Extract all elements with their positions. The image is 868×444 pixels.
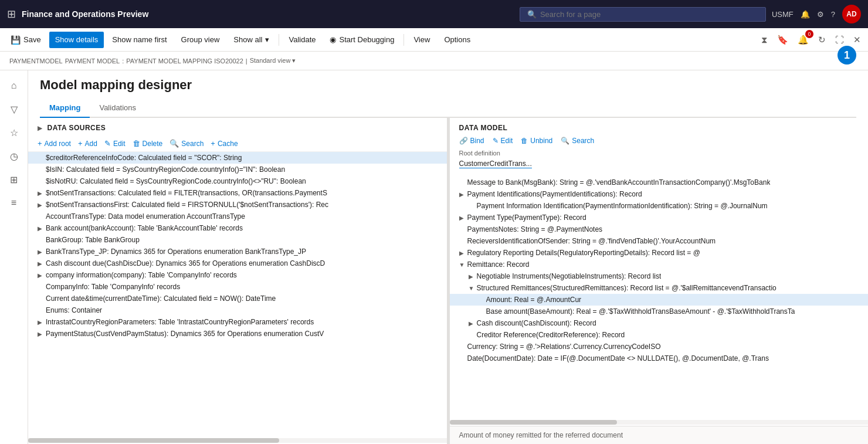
sidebar-list-icon[interactable]: ≡ (4, 192, 25, 213)
notification-icon[interactable]: 🔔 0 (795, 32, 811, 48)
tabs: Mapping Validations (40, 99, 856, 118)
right-tree-item[interactable]: Amount: Real = @.AmountCur (450, 294, 869, 306)
sidebar-star-icon[interactable]: ☆ (4, 122, 25, 143)
left-panel-toolbar: + Add root + Add ✎ Edit 🗑 Delete (28, 135, 447, 152)
tree-item[interactable]: ▶ BankTransType_JP: Dynamics 365 for Ope… (28, 246, 447, 257)
top-right: USMF 🔔 ⚙ ? AD (772, 5, 861, 23)
search-right-icon: 🔍 (561, 137, 569, 145)
main-area: ⌂ ▽ ☆ ◷ ⊞ ≡ Model mapping designer Mappi… (0, 70, 868, 444)
right-tree-item[interactable]: Creditor Reference(CreditorReference): R… (450, 329, 869, 341)
tab-validations[interactable]: Validations (90, 99, 145, 118)
help-icon[interactable]: ? (831, 10, 835, 19)
tree-item[interactable]: ▶ Cash discount due(CashDiscDue): Dynami… (28, 257, 447, 269)
tab-mapping[interactable]: Mapping (40, 99, 90, 118)
tree-item[interactable]: AccountTransType: Data model enumeration… (28, 211, 447, 222)
breadcrumb-part1[interactable]: PAYMENTMODEL (9, 57, 63, 65)
right-horizontal-scrollbar[interactable] (450, 420, 869, 425)
bell-icon[interactable]: 🔔 (801, 10, 810, 19)
tree-item[interactable]: $IsIN: Calculated field = SysCountryRegi… (28, 164, 447, 175)
tree-item[interactable]: Enums: Container (28, 304, 447, 316)
options-button[interactable]: Options (438, 32, 476, 48)
search-right-button[interactable]: 🔍 Search (561, 137, 594, 145)
tree-item[interactable]: ▶ $notSentTransactionsFirst: Calculated … (28, 199, 447, 211)
sidebar-grid-icon[interactable]: ⊞ (4, 169, 25, 190)
right-tree-item[interactable]: ▶ Negotiable Instruments(NegotiableInstr… (450, 270, 869, 282)
validate-button[interactable]: Validate (283, 32, 321, 48)
tree-item[interactable]: BankGroup: Table BankGroup (28, 234, 447, 246)
tree-item[interactable]: ▶ company information(company): Table 'C… (28, 269, 447, 281)
right-tree-item[interactable]: ▶ Cash discount(CashDiscount): Record (450, 317, 869, 329)
show-name-first-button[interactable]: Show name first (106, 32, 172, 48)
start-debugging-button[interactable]: ◉ Start Debugging (324, 32, 400, 48)
left-tree: $creditorReferenceInfoCode: Calculated f… (28, 152, 447, 437)
right-tree-item[interactable]: Base amount(BaseAmount): Real = @.'$TaxW… (450, 306, 869, 317)
expand-icon[interactable]: ⛶ (833, 32, 846, 47)
right-tree-item[interactable]: PaymentsNotes: String = @.PaymentNotes (450, 223, 869, 235)
show-all-button[interactable]: Show all ▾ (228, 32, 275, 48)
search-left-icon: 🔍 (169, 139, 179, 148)
search-input[interactable] (540, 10, 758, 19)
edit-right-icon: ✎ (493, 137, 499, 145)
add-root-icon: + (38, 139, 42, 148)
close-icon[interactable]: ✕ (851, 32, 863, 48)
tree-item[interactable]: CompanyInfo: Table 'CompanyInfo' records (28, 281, 447, 293)
refresh-icon[interactable]: ↻ (816, 32, 828, 48)
right-tree-item[interactable]: Message to Bank(MsgBank): String = @.'ve… (450, 177, 869, 188)
tree-item[interactable]: $isNotRU: Calculated field = SysCountryR… (28, 175, 447, 187)
right-tree-item[interactable]: Currency: String = @.'>Relations'.Curren… (450, 341, 869, 353)
delete-button[interactable]: 🗑 Delete (133, 138, 163, 149)
data-model-title: DATA MODEL (459, 124, 859, 132)
expand-left-icon[interactable]: ▶ (38, 125, 43, 131)
notification-badge: 0 (805, 30, 813, 38)
right-scrollbar-thumb[interactable] (450, 420, 617, 425)
right-tree-item[interactable]: ▶ Payment Type(PaymentType): Record (450, 212, 869, 223)
breadcrumb-view[interactable]: Standard view ▾ (250, 57, 296, 65)
cache-icon: + (211, 139, 215, 148)
expand-arrow: ▶ (38, 249, 46, 255)
right-tree-item[interactable]: ▶ Regulatory Reporting Details(Regulator… (450, 247, 869, 259)
right-tree-item[interactable]: Date(DocumentDate): Date = IF(@.Document… (450, 353, 869, 364)
tree-item[interactable]: Current date&time(currentDateTime): Calc… (28, 293, 447, 304)
view-button[interactable]: View (408, 32, 436, 48)
right-tree: Message to Bank(MsgBank): String = @.'ve… (450, 177, 869, 419)
toolbar: 💾 Save Show details Show name first Grou… (0, 28, 868, 52)
tree-item[interactable]: ▶ $notSentTransactions: Calculated field… (28, 187, 447, 199)
grid-icon[interactable]: ⊞ (7, 8, 16, 21)
sidebar-filter-icon[interactable]: ▽ (4, 99, 25, 120)
save-button[interactable]: 💾 Save (5, 32, 47, 48)
content-area: Model mapping designer Mapping Validatio… (28, 70, 868, 444)
bookmark-icon[interactable]: 🔖 (775, 32, 791, 48)
right-tree-item[interactable]: ▼ Structured Remittances(StructuredRemit… (450, 282, 869, 294)
show-details-button[interactable]: Show details (49, 32, 104, 48)
edit-right-button[interactable]: ✎ Edit (493, 137, 513, 145)
bind-button[interactable]: 🔗 Bind (459, 137, 484, 145)
add-button[interactable]: + Add (78, 138, 97, 149)
panels: ▶ DATA SOURCES + Add root + Add ✎ Edit (28, 118, 868, 444)
debug-icon: ◉ (330, 35, 336, 44)
right-tree-item[interactable]: Payment Information Identification(Payme… (450, 200, 869, 212)
edit-button[interactable]: ✎ Edit (104, 138, 126, 149)
tree-item[interactable]: ▶ PaymentStatus(CustVendPaymStatus): Dyn… (28, 328, 447, 340)
settings-icon[interactable]: ⚙ (817, 10, 824, 19)
cache-button[interactable]: + Cache (211, 138, 238, 149)
tree-item[interactable]: ▶ Bank account(bankAccount): Table 'Bank… (28, 222, 447, 234)
right-tree-item[interactable]: ▼ Remittance: Record (450, 259, 869, 270)
right-tree-item[interactable]: RecieversIdentificationOfSender: String … (450, 235, 869, 247)
right-tree-item[interactable]: ▶ Payment Identifications(PaymentIdentif… (450, 188, 869, 200)
unbind-button[interactable]: 🗑 Unbind (521, 137, 552, 145)
tree-item[interactable]: $creditorReferenceInfoCode: Calculated f… (28, 152, 447, 164)
search-left-button[interactable]: 🔍 Search (169, 138, 204, 149)
tree-item[interactable]: ▶ IntrastatCountryRegionParameters: Tabl… (28, 316, 447, 328)
root-definition-label: Root definition (459, 150, 859, 157)
left-scrollbar-thumb[interactable] (28, 438, 279, 443)
left-horizontal-scrollbar[interactable] (28, 438, 447, 443)
sidebar-clock-icon[interactable]: ◷ (4, 145, 25, 167)
search-bar: 🔍 (520, 7, 766, 22)
sidebar-home-icon[interactable]: ⌂ (4, 75, 25, 96)
filter-icon[interactable]: ⧗ (759, 32, 770, 48)
group-view-button[interactable]: Group view (175, 32, 226, 48)
root-value[interactable]: CustomerCreditTrans... (459, 160, 532, 168)
top-nav: ⊞ Finance and Operations Preview 🔍 USMF … (0, 0, 868, 28)
breadcrumb-part3[interactable]: PAYMENT MODEL MAPPING ISO20022 (126, 57, 243, 65)
add-root-button[interactable]: + Add root (38, 138, 71, 149)
